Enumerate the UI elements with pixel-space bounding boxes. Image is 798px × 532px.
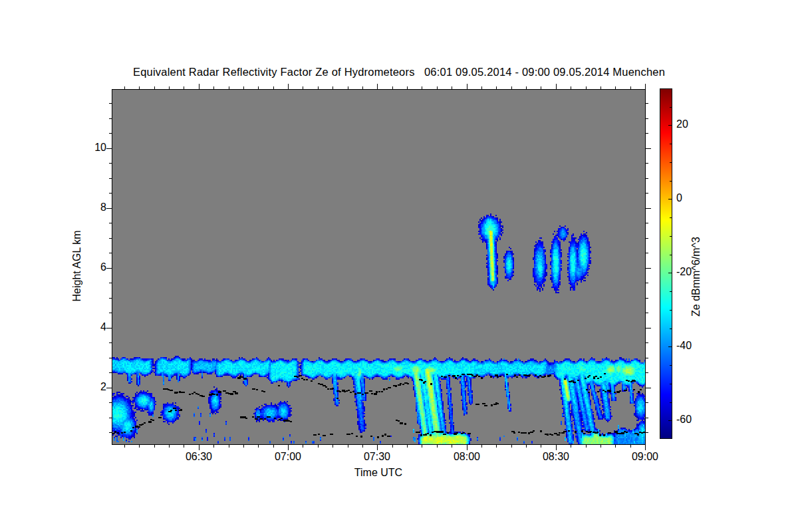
x-major-tick	[199, 84, 200, 89]
y-minor-tick	[646, 253, 648, 253]
x-minor-tick	[481, 86, 482, 89]
x-minor-tick	[303, 86, 303, 89]
x-minor-tick	[630, 445, 631, 448]
x-minor-tick	[452, 445, 452, 448]
y-tick-label: 10	[73, 142, 106, 154]
x-minor-tick	[258, 445, 259, 448]
x-minor-tick	[303, 445, 303, 448]
colorbar-minor-tick	[670, 329, 672, 329]
y-minor-tick	[646, 238, 648, 239]
x-minor-tick	[586, 86, 587, 89]
x-minor-tick	[586, 445, 587, 448]
y-minor-tick	[646, 178, 648, 179]
y-minor-tick	[646, 358, 648, 358]
x-minor-tick	[481, 445, 482, 448]
colorbar	[660, 88, 672, 439]
x-minor-tick	[571, 445, 571, 448]
x-minor-tick	[615, 445, 616, 448]
x-minor-tick	[348, 86, 348, 89]
y-major-tick	[646, 148, 651, 149]
y-minor-tick	[109, 178, 112, 179]
y-major-tick	[646, 208, 651, 209]
y-tick-label: 4	[73, 321, 106, 333]
colorbar-tick-label: -60	[676, 414, 692, 426]
x-minor-tick	[243, 86, 244, 89]
x-minor-tick	[511, 86, 512, 89]
y-major-tick	[106, 208, 112, 209]
x-major-tick	[377, 84, 378, 89]
colorbar-minor-tick	[670, 217, 672, 218]
y-minor-tick	[109, 298, 112, 299]
x-minor-tick	[630, 86, 631, 89]
x-minor-tick	[600, 86, 601, 89]
colorbar-major-tick	[668, 346, 672, 347]
y-minor-tick	[109, 253, 112, 253]
colorbar-major-tick	[668, 273, 672, 273]
x-major-tick	[377, 445, 378, 450]
y-minor-tick	[646, 298, 648, 299]
y-minor-tick	[109, 402, 112, 403]
colorbar-minor-tick	[670, 365, 672, 366]
x-minor-tick	[392, 86, 393, 89]
colorbar-minor-tick	[670, 255, 672, 255]
x-minor-tick	[511, 445, 512, 448]
x-major-tick	[467, 445, 467, 450]
y-minor-tick	[646, 372, 648, 373]
x-minor-tick	[124, 445, 125, 448]
x-minor-tick	[332, 86, 333, 89]
x-minor-tick	[273, 445, 274, 448]
plot-area	[112, 89, 646, 445]
colorbar-minor-tick	[670, 384, 672, 384]
y-major-tick	[106, 148, 112, 149]
x-minor-tick	[392, 445, 393, 448]
y-minor-tick	[109, 418, 112, 418]
x-minor-tick	[541, 86, 541, 89]
x-major-tick	[645, 84, 646, 89]
x-minor-tick	[332, 445, 333, 448]
y-tick-label: 8	[73, 201, 106, 213]
y-major-tick	[646, 268, 651, 269]
x-minor-tick	[526, 445, 527, 448]
x-major-tick	[556, 445, 557, 450]
x-minor-tick	[422, 445, 422, 448]
x-major-tick	[645, 445, 646, 450]
y-minor-tick	[646, 103, 648, 104]
y-minor-tick	[646, 402, 648, 403]
x-major-tick	[288, 445, 289, 450]
x-minor-tick	[229, 445, 229, 448]
x-minor-tick	[169, 86, 170, 89]
colorbar-minor-tick	[670, 291, 672, 292]
x-tick-label: 07:30	[357, 451, 397, 463]
radar-reflectivity-page: { "chart_data": { "type": "heatmap", "ti…	[0, 0, 798, 532]
x-minor-tick	[318, 86, 319, 89]
x-minor-tick	[229, 86, 229, 89]
x-minor-tick	[169, 445, 170, 448]
x-minor-tick	[154, 86, 155, 89]
x-tick-label: 08:30	[536, 451, 576, 463]
colorbar-major-tick	[668, 125, 672, 126]
y-major-tick	[106, 268, 112, 269]
colorbar-minor-tick	[670, 402, 672, 403]
x-minor-tick	[124, 86, 125, 89]
y-minor-tick	[646, 342, 648, 343]
x-minor-tick	[184, 86, 184, 89]
x-minor-tick	[213, 86, 214, 89]
colorbar-minor-tick	[670, 236, 672, 237]
colorbar-minor-tick	[670, 310, 672, 311]
y-minor-tick	[646, 418, 648, 418]
x-minor-tick	[213, 445, 214, 448]
x-minor-tick	[541, 445, 541, 448]
y-major-tick	[106, 388, 112, 388]
y-minor-tick	[109, 313, 112, 313]
x-minor-tick	[407, 445, 408, 448]
colorbar-tick-label: 0	[676, 192, 682, 204]
y-major-tick	[646, 388, 651, 388]
y-minor-tick	[109, 163, 112, 164]
y-minor-tick	[109, 223, 112, 223]
x-tick-label: 08:00	[447, 451, 487, 463]
y-tick-label: 2	[73, 381, 106, 393]
colorbar-major-tick	[668, 199, 672, 200]
x-major-tick	[288, 84, 289, 89]
x-minor-tick	[348, 445, 348, 448]
y-axis-label: Height AGL km	[71, 230, 83, 301]
